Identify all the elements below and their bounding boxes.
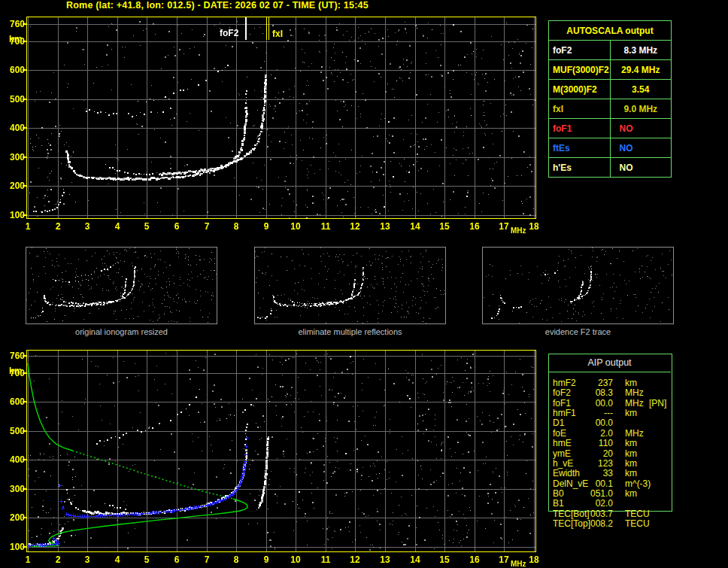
aip-param-name: hmE	[553, 439, 572, 448]
y-axis-tick-mark	[23, 546, 26, 548]
thumbnail-caption-evidence: evidence F2 trace	[482, 327, 674, 336]
autoscala-output-table: AUTOSCALA output foF28.3 MHzMUF(3000)F22…	[548, 20, 672, 178]
param-value: NO	[610, 138, 672, 158]
autoscala-row: h'EsNO	[549, 158, 672, 178]
aip-param-name: foF2	[553, 388, 571, 398]
param-label: fxI	[549, 99, 611, 119]
aip-param-name: hmF1	[553, 409, 576, 418]
y-axis-tick-mark	[23, 488, 26, 490]
param-value: NO	[610, 119, 672, 138]
x-axis-unit-label: MHz	[511, 226, 526, 235]
aip-param-value: 110	[577, 439, 613, 448]
y-axis-tick-label: 400	[2, 455, 25, 464]
aip-param-unit: MHz	[625, 388, 644, 398]
aip-param-value: 08.3	[577, 388, 613, 398]
x-axis-tick-label: 5	[139, 222, 154, 231]
aip-param-value: 003.7	[577, 509, 613, 519]
x-axis-tick-label: 6	[169, 222, 184, 231]
y-axis-tick-mark	[23, 41, 26, 42]
x-axis-tick-label: 18	[526, 222, 541, 231]
x-axis-tick-label: 8	[229, 555, 244, 564]
param-label: MUF(3000)F2	[549, 60, 611, 80]
aip-row: hmE110km	[548, 439, 671, 448]
y-axis-tick-mark	[23, 214, 26, 216]
aip-param-value: 008.2	[577, 519, 613, 529]
x-axis-tick-label: 14	[408, 222, 423, 231]
param-value: NO	[610, 158, 672, 178]
aip-param-value: 051.0	[577, 489, 613, 499]
y-axis-tick-mark	[23, 99, 26, 100]
thumbnail-evidence-f2	[482, 247, 674, 324]
x-axis-tick-label: 13	[378, 222, 393, 231]
aip-param-unit: MHz	[625, 399, 644, 409]
aip-param-name: hmF2	[553, 378, 576, 388]
aip-param-unit: TECU	[625, 519, 650, 529]
x-axis-tick-label: 7	[199, 222, 214, 231]
fof2-marker-label: foF2	[220, 29, 238, 38]
x-axis-tick-label: 9	[259, 555, 274, 564]
bottom-ionogram-canvas	[26, 350, 536, 552]
y-axis-tick-mark	[23, 430, 26, 432]
autoscala-row: MUF(3000)F229.4 MHz	[549, 60, 672, 80]
x-axis-tick-label: 17	[496, 222, 511, 231]
y-axis-tick-mark	[23, 156, 26, 158]
aip-param-name: foE	[553, 429, 566, 439]
x-axis-tick-label: 4	[110, 222, 125, 231]
aip-row: Ewidth33km	[548, 469, 671, 478]
aip-param-name: ymE	[553, 449, 571, 459]
autoscala-row: foF28.3 MHz	[549, 41, 672, 60]
thumbnail-eliminate-reflections	[254, 247, 446, 324]
param-label: ftEs	[549, 138, 611, 158]
x-axis-tick-label: 12	[347, 555, 362, 564]
y-axis-tick-mark	[23, 517, 26, 518]
aip-param-value: 00.1	[577, 479, 613, 489]
aip-param-unit: km	[625, 409, 637, 418]
y-axis-tick-label: 100	[2, 211, 25, 220]
aip-row: D100.0	[548, 418, 671, 428]
aip-row: ymE20km	[548, 449, 671, 459]
x-axis-tick-label: 7	[199, 555, 214, 564]
x-axis-tick-label: 4	[110, 555, 125, 564]
autoscala-row: M(3000)F23.54	[549, 80, 672, 99]
y-axis-unit-label: km	[9, 34, 22, 44]
x-axis-tick-label: 12	[347, 222, 362, 231]
y-axis-tick-mark	[23, 459, 26, 460]
x-axis-tick-label: 11	[318, 555, 333, 564]
aip-param-value: 2.0	[577, 429, 613, 439]
thumbnail-eliminate-canvas	[255, 248, 445, 323]
aip-param-value: 33	[577, 469, 613, 478]
y-axis-tick-mark	[23, 127, 26, 129]
aip-param-unit: km	[625, 439, 637, 448]
y-axis-tick-label: 300	[2, 153, 25, 162]
thumbnail-caption-eliminate: eliminate multiple reflections	[254, 327, 446, 336]
aip-row: hmF1---km	[548, 409, 671, 418]
x-axis-tick-label: 16	[467, 555, 482, 564]
aip-param-name: D1	[553, 418, 564, 428]
aip-row: h_vE123km	[548, 459, 671, 469]
x-axis-tick-label: 5	[139, 555, 154, 564]
aip-param-name: B0	[553, 489, 564, 499]
x-axis-tick-label: 8	[229, 222, 244, 231]
y-axis-tick-mark	[23, 401, 26, 402]
autoscala-row: fxI9.0 MHz	[549, 99, 672, 119]
x-axis-tick-label: 13	[378, 555, 393, 564]
aip-param-unit: km	[625, 489, 637, 499]
y-axis-tick-label: 760	[2, 20, 25, 29]
autoscala-screen: Rome (lat: +41.8, lon: 012.5) - DATE: 20…	[0, 0, 728, 568]
aip-param-value: 02.0	[577, 499, 613, 509]
aip-param-value: ---	[577, 409, 613, 418]
y-axis-tick-mark	[23, 372, 26, 374]
aip-param-value: 00.0	[577, 418, 613, 428]
param-label: h'Es	[549, 158, 611, 178]
aip-row: B102.0	[548, 499, 671, 509]
param-label: M(3000)F2	[549, 80, 611, 99]
param-value: 9.0 MHz	[610, 99, 672, 119]
x-axis-tick-label: 16	[467, 222, 482, 231]
aip-param-name: B1	[553, 499, 564, 509]
x-axis-tick-label: 1	[20, 555, 35, 564]
thumbnail-original-canvas	[26, 248, 217, 323]
y-axis-unit-label: km	[9, 366, 22, 376]
aip-param-name: foF1	[553, 399, 571, 409]
x-axis-tick-label: 6	[169, 555, 184, 564]
thumbnail-evidence-canvas	[483, 248, 673, 323]
